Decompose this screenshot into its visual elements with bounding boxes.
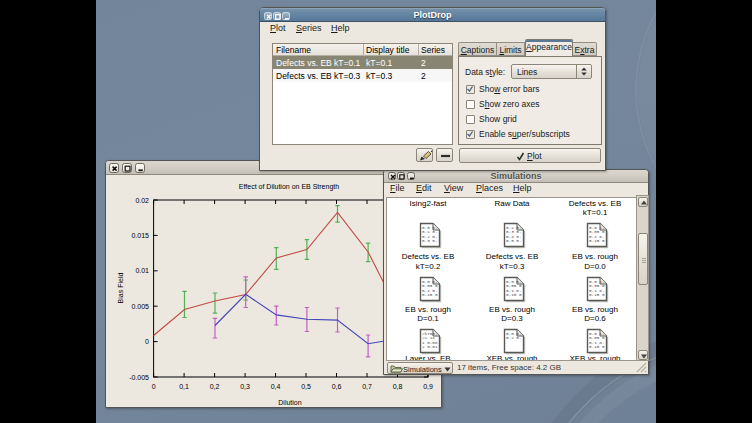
svg-text:0,1: 0,1 xyxy=(179,383,189,390)
svg-text:0,3: 0,3 xyxy=(240,383,250,390)
svg-text:0.15 0: 0.15 0 xyxy=(589,292,605,297)
svg-text:0,8: 0,8 xyxy=(393,383,403,390)
svg-text:-0.005: -0.005 xyxy=(129,374,149,381)
svg-text:Dilution: Dilution xyxy=(278,399,301,406)
svg-text:0,5: 0,5 xyxy=(301,383,311,390)
svg-text:Effect of Dilution on EB Stren: Effect of Dilution on EB Strength xyxy=(239,183,339,191)
svg-text:0.2 0.: 0.2 0. xyxy=(506,335,521,340)
svg-text:0,4: 0,4 xyxy=(271,383,281,390)
svg-text:0.015: 0.015 xyxy=(131,232,149,239)
svg-text:0: 0 xyxy=(152,383,156,390)
svg-text:0.01: 0.01 xyxy=(135,267,149,274)
svg-text:0.3 0.: 0.3 0. xyxy=(422,238,437,243)
svg-text:2 0.01: 2 0.01 xyxy=(422,344,438,349)
svg-text:Bias Field: Bias Field xyxy=(117,273,124,304)
svg-text:0,2: 0,2 xyxy=(210,383,220,390)
svg-text:0,9: 0,9 xyxy=(423,383,433,390)
svg-text:0: 0 xyxy=(145,338,149,345)
svg-text:0.02: 0.02 xyxy=(135,197,149,204)
svg-text:0,7: 0,7 xyxy=(362,383,372,390)
svg-text:0.15 0: 0.15 0 xyxy=(422,292,438,297)
svg-text:0,6: 0,6 xyxy=(332,383,342,390)
svg-text:0.15 0: 0.15 0 xyxy=(589,344,605,349)
svg-text:0.005: 0.005 xyxy=(131,303,149,310)
svg-text:0.15 0: 0.15 0 xyxy=(506,292,522,297)
svg-text:0.15 0: 0.15 0 xyxy=(589,238,605,243)
svg-text:0.5 0.: 0.5 0. xyxy=(506,238,521,243)
